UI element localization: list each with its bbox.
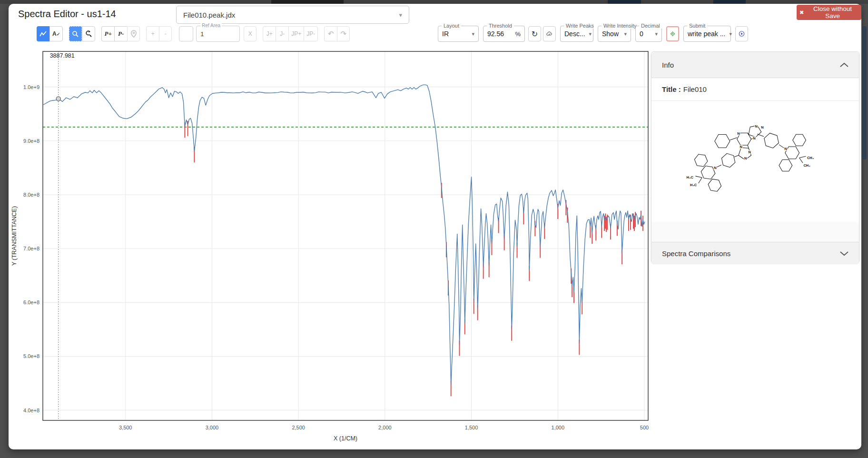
line-mode-button[interactable]: [37, 26, 49, 41]
submit-run-button[interactable]: [735, 26, 748, 41]
background-tab-fragment: [608, 0, 641, 4]
spectra-editor-modal: Spectra Editor - us1-14 File010.peak.jdx…: [9, 4, 861, 449]
jp-plus-button[interactable]: JP+: [288, 26, 304, 41]
toolbar-right: Layout IR ▾ Threshold 92.56 % ↻ Write Pe…: [438, 26, 748, 42]
chevron-down-icon: ▾: [624, 31, 627, 37]
cloud-check-icon: [546, 30, 552, 37]
spectra-comparisons-header[interactable]: Spectra Comparisons: [651, 242, 859, 264]
svg-text:1.0e+9: 1.0e+9: [23, 84, 39, 90]
page-title: Spectra Editor - us1-14: [18, 9, 116, 20]
threshold-unit: %: [515, 30, 521, 38]
threshold-label: Threshold: [487, 23, 514, 29]
target-icon: [670, 30, 675, 38]
title-value: File010: [683, 85, 707, 93]
write-intensity-select[interactable]: Write Intensity Show ▾: [598, 26, 631, 42]
svg-text:500: 500: [640, 425, 649, 430]
value-input[interactable]: [179, 26, 193, 41]
close-button-label: Close without Save: [807, 5, 858, 20]
clear-multiplicity-button[interactable]: X: [244, 26, 256, 41]
svg-text:5.0e+8: 5.0e+8: [23, 353, 39, 359]
refresh-button[interactable]: ↻: [528, 26, 541, 41]
save-to-cloud-button[interactable]: [543, 26, 556, 41]
submit-select[interactable]: Submit write peak ... ▾: [683, 26, 731, 42]
zoom-area-icon: [72, 30, 79, 38]
auto-peak-icon: A✓: [52, 30, 60, 37]
svg-text:N: N: [740, 145, 742, 149]
svg-text:N: N: [744, 156, 747, 160]
svg-text:N: N: [753, 136, 755, 140]
ref-area-label: Ref Area: [200, 23, 222, 28]
zoom-area-button[interactable]: [69, 26, 82, 41]
title-label: Title :: [662, 85, 681, 93]
redo-button[interactable]: ↷: [337, 26, 350, 41]
info-panel: Info Title : File010 NNNNNNNNNCH₃CH₃H₃CH…: [651, 51, 859, 263]
chevron-down-icon: ▾: [472, 31, 474, 37]
svg-text:CH₃: CH₃: [803, 163, 810, 168]
submit-value: write peak ...: [688, 30, 725, 38]
toolbar-left: A✓ P+ P- + - Ref Area: [37, 26, 356, 42]
write-intensity-label: Write Intensity: [602, 23, 639, 29]
write-peaks-select[interactable]: Write Peaks Desc... ▾: [560, 26, 593, 42]
svg-text:Y (TRANSMITTANCE): Y (TRANSMITTANCE): [11, 206, 18, 266]
play-icon: [739, 29, 745, 39]
zoom-reset-button[interactable]: [82, 26, 95, 41]
threshold-field[interactable]: Threshold 92.56 %: [483, 26, 525, 42]
multiplicity-plus-button[interactable]: +: [146, 26, 159, 41]
chevron-down-icon: ▾: [729, 31, 732, 37]
chevron-down-icon: [840, 251, 848, 256]
svg-text:X (1/CM): X (1/CM): [334, 435, 357, 442]
multiplicity-minus-button[interactable]: -: [159, 26, 172, 41]
panel-spacer: [651, 222, 859, 242]
file-selector-value: File010.peak.jdx: [183, 11, 235, 19]
svg-text:N: N: [714, 166, 716, 170]
j-plus-button[interactable]: J+: [263, 26, 276, 41]
j-minus-button[interactable]: J-: [276, 26, 288, 41]
auto-peak-button[interactable]: A✓: [49, 26, 63, 41]
molecule-structure: NNNNNNNNNCH₃CH₃H₃CH₃C: [651, 101, 859, 222]
spectrum-chart[interactable]: 3,5003,0002,5002,0001,5001,0005001.0e+99…: [10, 44, 652, 449]
chevron-up-icon: [840, 63, 848, 67]
svg-text:N: N: [755, 124, 757, 129]
page-scrollbar-thumb[interactable]: [862, 26, 867, 159]
info-accordion-header[interactable]: Info: [651, 52, 859, 78]
chevron-down-icon: ▾: [399, 11, 402, 19]
threshold-value: 92.56: [487, 30, 504, 38]
molecule-drawing: NNNNNNNNNCH₃CH₃H₃CH₃C: [677, 118, 834, 205]
svg-text:6.0e+8: 6.0e+8: [23, 299, 39, 305]
write-peaks-label: Write Peaks: [564, 23, 596, 29]
svg-text:H₃C: H₃C: [690, 183, 697, 187]
svg-text:CH₃: CH₃: [807, 156, 814, 160]
file-selector[interactable]: File010.peak.jdx ▾: [176, 6, 409, 24]
chevron-down-icon: ▾: [655, 31, 658, 37]
svg-text:9.0e+8: 9.0e+8: [23, 138, 39, 144]
decimal-select[interactable]: Decimal 0 ▾: [635, 26, 662, 42]
comparisons-header-label: Spectra Comparisons: [662, 249, 730, 258]
background-tab-fragment: [271, 0, 344, 4]
close-icon: ✖: [799, 10, 804, 16]
peak-remove-button[interactable]: P-: [114, 26, 127, 41]
jp-minus-button[interactable]: JP-: [304, 26, 318, 41]
decimal-value: 0: [640, 30, 643, 38]
submit-label: Submit: [687, 23, 707, 29]
svg-text:1,000: 1,000: [552, 425, 565, 430]
svg-text:N: N: [784, 147, 787, 151]
write-intensity-value: Show: [602, 30, 619, 38]
redo-icon: ↷: [340, 30, 346, 38]
layout-select[interactable]: Layout IR ▾: [438, 26, 479, 42]
refresh-icon: ↻: [532, 30, 538, 39]
zoom-reset-icon: [85, 30, 92, 38]
predict-target-button[interactable]: [666, 26, 679, 41]
info-header-label: Info: [662, 61, 674, 69]
close-without-save-button[interactable]: ✖ Close without Save: [797, 5, 861, 20]
line-chart-icon: [39, 30, 47, 37]
svg-text:3,500: 3,500: [119, 425, 132, 430]
undo-icon: ↶: [328, 30, 334, 38]
svg-text:2,000: 2,000: [378, 425, 392, 430]
anchor-point-button[interactable]: [127, 26, 140, 41]
peak-add-button[interactable]: P+: [101, 26, 114, 41]
ref-area-input[interactable]: [199, 27, 237, 41]
chevron-down-icon: ▾: [589, 31, 592, 37]
svg-text:2,500: 2,500: [292, 425, 305, 430]
undo-button[interactable]: ↶: [324, 26, 337, 41]
svg-text:3887.981: 3887.981: [50, 52, 75, 59]
